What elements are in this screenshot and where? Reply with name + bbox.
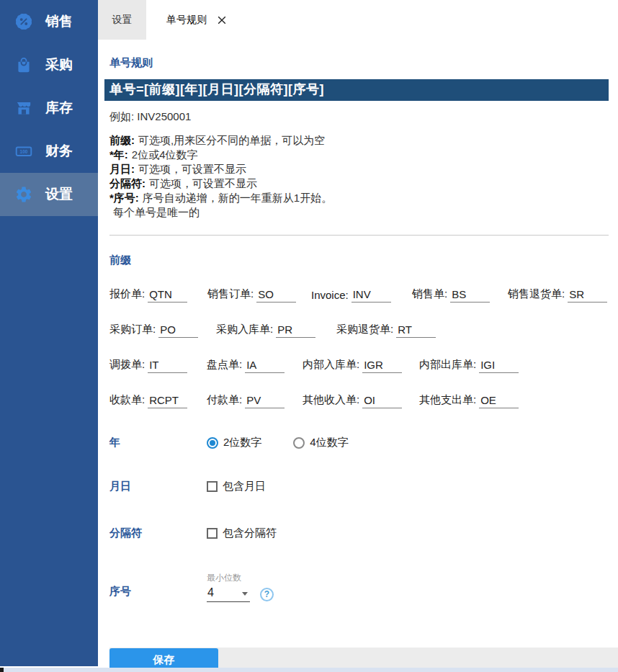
radio-2-digit[interactable] [207, 437, 218, 449]
prefix-input-quotation[interactable] [148, 288, 187, 303]
tab-settings[interactable]: 设置 [98, 0, 146, 40]
prefix-input-other-expense[interactable] [479, 394, 519, 408]
prefix-field-invoice: Invoice: [311, 288, 391, 303]
prefix-row: 收款单: 付款单: 其他收入单: 其他支出单: [109, 392, 609, 408]
year-section: 年 2位数字 4位数字 [109, 436, 609, 449]
rule-line: *序号:序号自动递增，新的一年重新从1开始。 [109, 191, 609, 205]
sidebar-item-label: 销售 [45, 12, 73, 31]
prefix-field-purchase-return: 采购退货单: [336, 323, 436, 338]
close-icon[interactable] [218, 16, 226, 24]
radio-group-2-digit[interactable]: 2位数字 [207, 436, 261, 449]
sidebar-item-label: 设置 [45, 185, 73, 204]
bottom-corner-mark [0, 668, 4, 672]
rule-line: 前缀:可选项,用来区分不同的单据，可以为空 [109, 133, 609, 148]
rule-line: *年:2位或4位数字 [109, 148, 609, 162]
sidebar: 销售 采购 库存 100 财务 [0, 0, 98, 666]
sidebar-item-label: 库存 [45, 99, 73, 117]
prefix-row: 调拨单: 盘点单: 内部入库单: 内部出库单: [109, 357, 609, 373]
prefix-field-other-income: 其他收入单: [303, 393, 402, 408]
prefix-row: 采购订单: 采购入库单: 采购退货单: [109, 321, 609, 338]
shopping-bag-icon [14, 55, 33, 74]
section-divider [109, 235, 609, 236]
discount-badge-icon [14, 12, 33, 31]
prefix-field-sales-return: 销售退货单: [508, 287, 607, 303]
tab-rule-label: 单号规则 [166, 14, 207, 27]
chevron-down-icon [242, 592, 248, 596]
radio-2-digit-label: 2位数字 [223, 436, 261, 449]
prefix-input-sales-slip[interactable] [450, 288, 490, 303]
radio-4-digit-label: 4位数字 [310, 436, 348, 449]
prefix-field-receipt-voucher: 收款单: [109, 393, 187, 408]
prefix-input-sales-order[interactable] [256, 288, 296, 303]
example-text: 例如: INV250001 [109, 110, 609, 124]
prefix-input-sales-return[interactable] [568, 288, 607, 303]
year-section-heading: 年 [109, 436, 207, 449]
sidebar-item-settings[interactable]: 设置 [0, 173, 98, 216]
prefix-row: 报价单: 销售订单: Invoice: 销售单: 销售退货单: [109, 286, 609, 303]
serial-section: 序号 最小位数 4 ? [109, 572, 609, 602]
bottom-window-edge [0, 668, 618, 672]
prefix-input-purchase-order[interactable] [158, 323, 198, 338]
prefix-field-internal-issue: 内部出库单: [419, 358, 519, 373]
prefix-input-purchase-receipt[interactable] [276, 323, 315, 338]
month-day-section: 月日 包含月日 [109, 480, 609, 493]
prefix-field-internal-receipt: 内部入库单: [303, 358, 402, 373]
prefix-input-receipt-voucher[interactable] [148, 394, 187, 408]
prefix-input-internal-receipt[interactable] [362, 359, 402, 373]
min-digits-select[interactable]: 4 [207, 586, 250, 602]
prefix-input-purchase-return[interactable] [396, 323, 436, 338]
prefix-section-heading: 前缀 [109, 254, 609, 267]
sidebar-item-finance[interactable]: 100 财务 [0, 130, 98, 173]
include-month-day-checkbox[interactable] [207, 481, 218, 492]
store-icon [14, 99, 33, 117]
include-month-day-label: 包含月日 [223, 480, 266, 493]
prefix-field-transfer: 调拨单: [109, 358, 187, 373]
prefix-field-purchase-order: 采购订单: [109, 323, 198, 338]
banknote-icon: 100 [14, 142, 33, 161]
radio-group-4-digit[interactable]: 4位数字 [293, 436, 348, 449]
page-title: 单号规则 [109, 56, 609, 70]
svg-text:100: 100 [20, 149, 28, 154]
tab-bar: 设置 单号规则 [98, 0, 618, 40]
gear-icon [14, 185, 33, 204]
sidebar-item-label: 财务 [45, 142, 73, 161]
prefix-input-invoice[interactable] [351, 288, 391, 303]
min-digits-field: 最小位数 4 ? [207, 572, 274, 602]
prefix-input-stocktake[interactable] [245, 359, 285, 373]
min-digits-label: 最小位数 [207, 572, 274, 584]
help-icon[interactable]: ? [260, 588, 274, 601]
prefix-input-internal-issue[interactable] [479, 359, 519, 373]
prefix-field-other-expense: 其他支出单: [419, 393, 519, 408]
separator-section-heading: 分隔符 [109, 527, 207, 540]
prefix-field-sales-order: 销售订单: [207, 287, 296, 303]
rules-description: 前缀:可选项,用来区分不同的单据，可以为空 *年:2位或4位数字 月日:可选项，… [109, 133, 609, 220]
sidebar-item-inventory[interactable]: 库存 [0, 86, 98, 130]
prefix-input-payment-voucher[interactable] [245, 394, 285, 408]
prefix-field-quotation: 报价单: [109, 287, 187, 303]
rule-line: 分隔符:可选项，可设置不显示 [109, 176, 609, 191]
radio-4-digit[interactable] [293, 437, 305, 449]
prefix-field-purchase-receipt: 采购入库单: [216, 323, 315, 338]
separator-section: 分隔符 包含分隔符 [109, 527, 609, 540]
formula-banner: 单号=[前缀][年][月日][分隔符][序号] [104, 79, 609, 101]
sidebar-item-label: 采购 [45, 55, 73, 74]
min-digits-value: 4 [207, 586, 214, 599]
prefix-field-sales-slip: 销售单: [412, 287, 490, 303]
include-separator-label: 包含分隔符 [223, 527, 277, 540]
prefix-field-stocktake: 盘点单: [207, 358, 285, 373]
tab-settings-label: 设置 [112, 14, 133, 27]
prefix-input-other-income[interactable] [362, 394, 402, 408]
prefix-input-transfer[interactable] [148, 359, 187, 373]
serial-section-heading: 序号 [109, 572, 207, 602]
sidebar-item-sales[interactable]: 销售 [0, 0, 98, 43]
sidebar-item-purchasing[interactable]: 采购 [0, 43, 98, 86]
include-separator-checkbox[interactable] [207, 528, 218, 539]
month-day-section-heading: 月日 [109, 480, 207, 493]
main-content: 单号规则 单号=[前缀][年][月日][分隔符][序号] 例如: INV2500… [98, 40, 618, 672]
prefix-field-payment-voucher: 付款单: [207, 393, 285, 408]
rule-line: 每个单号是唯一的 [109, 205, 609, 220]
tab-document-number-rules[interactable]: 单号规则 [146, 0, 241, 40]
rule-line: 月日:可选项，可设置不显示 [109, 162, 609, 176]
